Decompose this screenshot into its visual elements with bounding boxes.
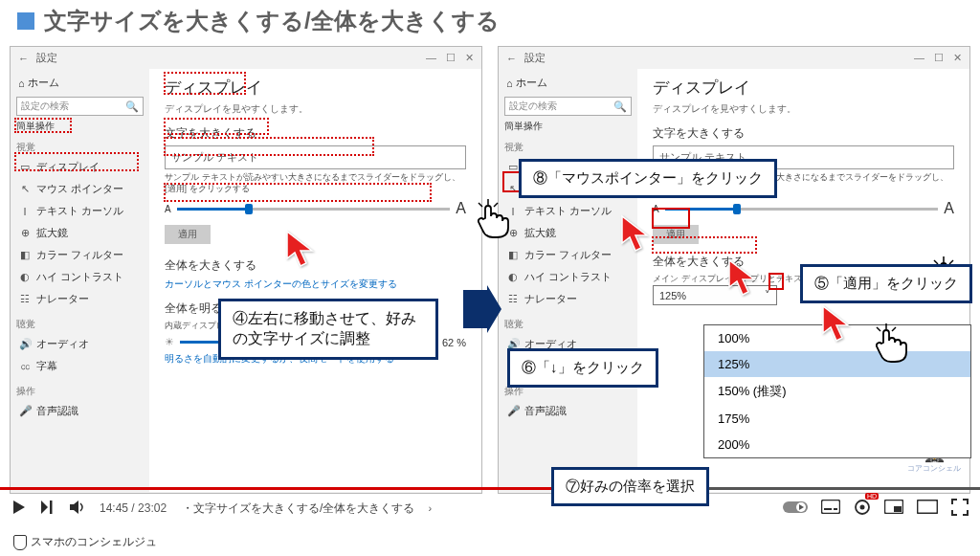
back-icon[interactable]: ←: [18, 53, 29, 64]
cat-vision: 視覚: [504, 141, 632, 154]
play-icon[interactable]: [11, 500, 27, 518]
volume-icon[interactable]: [69, 500, 86, 518]
video-player: 14:45 / 23:02 ・文字サイズを大きくする/全体を大きくする › HD…: [0, 487, 980, 556]
heading-bigger-text: 文字を大きくする: [165, 125, 466, 142]
scale-option-150[interactable]: 150% (推奨): [704, 377, 970, 406]
sidebar-item-text-cursor[interactable]: Iテキスト カーソル: [504, 200, 632, 222]
chapter-title[interactable]: ・文字サイズを大きくする/全体を大きくする: [182, 500, 414, 517]
scale-value: 125%: [659, 290, 686, 301]
miniplayer-icon[interactable]: [884, 500, 903, 517]
sidebar-item-magnifier[interactable]: ⊕拡大鏡: [504, 222, 632, 244]
scale-option-125[interactable]: 125%: [704, 351, 970, 377]
sun-icon: ☀: [165, 336, 174, 348]
apply-button[interactable]: 適用: [653, 225, 699, 244]
close-icon[interactable]: ✕: [465, 52, 474, 64]
minimize-icon[interactable]: ―: [914, 52, 924, 64]
search-input[interactable]: 設定の検索🔍: [16, 97, 144, 116]
main-heading: ディスプレイ: [165, 77, 466, 99]
svg-marker-0: [463, 285, 501, 333]
cat-hearing: 聴覚: [16, 318, 144, 331]
back-icon[interactable]: ←: [506, 53, 517, 64]
home-icon: ⌂: [506, 78, 513, 89]
flow-arrow-icon: [463, 285, 501, 337]
scale-option-200[interactable]: 200%: [704, 432, 970, 457]
sidebar-item-high-contrast[interactable]: ◐ハイ コントラスト: [16, 266, 144, 288]
svg-marker-2: [622, 216, 647, 251]
sidebar-item-color-filter[interactable]: ◧カラー フィルター: [16, 244, 144, 266]
mic-icon: 🎤: [507, 405, 519, 417]
sidebar-item-speech[interactable]: 🎤音声認識: [504, 400, 632, 422]
svg-rect-28: [918, 500, 938, 514]
settings-icon[interactable]: HD: [854, 499, 871, 519]
theater-icon[interactable]: [917, 500, 938, 517]
cat-hearing: 聴覚: [504, 318, 632, 331]
sidebar-item-narrator[interactable]: ☷ナレーター: [504, 288, 632, 310]
sidebar-item-caption[interactable]: ㏄字幕: [16, 355, 144, 377]
window-title: 設定: [36, 51, 57, 65]
svg-line-11: [877, 327, 880, 331]
svg-rect-22: [824, 508, 832, 510]
sidebar-item-high-contrast[interactable]: ◐ハイ コントラスト: [504, 266, 632, 288]
minimize-icon[interactable]: ―: [426, 52, 436, 64]
text-size-slider[interactable]: A A: [165, 200, 466, 217]
red-cursor-icon: [283, 230, 316, 272]
sidebar-item-audio[interactable]: 🔊オーディオ: [16, 333, 144, 355]
sidebar-item-mouse[interactable]: ↖マウス ポインター: [16, 178, 144, 200]
scale-option-175[interactable]: 175%: [704, 406, 970, 432]
sidebar-item-narrator[interactable]: ☷ナレーター: [16, 288, 144, 310]
cat-interaction: 操作: [16, 385, 144, 398]
heading-bigger-text: 文字を大きくする: [653, 125, 954, 142]
search-icon: 🔍: [613, 100, 627, 113]
contrast-icon: ◐: [19, 271, 31, 283]
svg-line-13: [892, 327, 896, 331]
apply-button[interactable]: 適用: [165, 225, 211, 244]
autoplay-icon[interactable]: [783, 500, 808, 517]
scale-select[interactable]: 125% ˅: [653, 285, 777, 305]
sidebar-item-display[interactable]: ▭ディスプレイ: [16, 156, 144, 178]
home-label[interactable]: ホーム: [516, 76, 547, 90]
search-input[interactable]: 設定の検索🔍: [504, 97, 632, 116]
svg-point-25: [860, 504, 865, 509]
svg-rect-16: [50, 500, 53, 514]
channel-branding[interactable]: スマホのコンシェルジュ: [13, 534, 157, 550]
sidebar-item-text-cursor[interactable]: Iテキスト カーソル: [16, 200, 144, 222]
maximize-icon[interactable]: ☐: [446, 52, 456, 64]
maximize-icon[interactable]: ☐: [934, 52, 944, 64]
home-icon: ⌂: [18, 78, 25, 89]
time-display: 14:45 / 23:02: [100, 501, 167, 515]
svg-rect-21: [822, 500, 840, 514]
main-heading: ディスプレイ: [653, 77, 954, 99]
header-bullet: [17, 12, 34, 30]
caption-icon: ㏄: [19, 359, 31, 373]
slider-hint: サンプル テキストが読みやすい大きさになるまでスライダーをドラッグし、[適用] …: [165, 172, 466, 194]
sample-text-box: サンプル テキスト: [165, 145, 466, 169]
mic-icon: 🎤: [19, 405, 31, 417]
chevron-right-icon: ›: [428, 502, 432, 514]
a-small-icon: A: [653, 204, 659, 214]
red-cursor-icon: [618, 214, 651, 256]
sidebar-item-color-filter[interactable]: ◧カラー フィルター: [504, 244, 632, 266]
callout-7: ⑦好みの倍率を選択: [551, 467, 709, 506]
svg-marker-3: [729, 260, 754, 295]
subtitles-icon[interactable]: [821, 500, 840, 517]
home-label[interactable]: ホーム: [28, 76, 59, 90]
callout-6: ⑥「↓」をクリック: [507, 348, 658, 388]
callout-4: ④左右に移動させて、好みの文字サイズに調整: [218, 299, 438, 360]
a-small-icon: A: [165, 204, 171, 214]
next-icon[interactable]: [40, 500, 56, 518]
brightness-value: 62 %: [442, 337, 466, 348]
svg-line-7: [494, 203, 498, 207]
page-title: 文字サイズを大きくする/全体を大きくする: [44, 6, 500, 36]
svg-marker-14: [13, 500, 25, 514]
close-icon[interactable]: ✕: [953, 52, 962, 64]
settings-window-left: ← 設定 ― ☐ ✕ ⌂ ホーム 設定の検索🔍 簡単操作 視覚 ▭ディスプレイ …: [10, 46, 482, 494]
red-cursor-icon: [725, 258, 758, 300]
cursor-link[interactable]: カーソルとマウス ポインターの色とサイズを変更する: [165, 278, 466, 291]
fullscreen-icon[interactable]: [951, 499, 969, 519]
sidebar-item-magnifier[interactable]: ⊕拡大鏡: [16, 222, 144, 244]
progress-bar[interactable]: [0, 487, 980, 490]
text-size-slider[interactable]: A A: [653, 200, 954, 217]
sidebar-item-speech[interactable]: 🎤音声認識: [16, 400, 144, 422]
text-cursor-icon: I: [19, 206, 31, 217]
cursor-icon: ↖: [507, 183, 519, 195]
